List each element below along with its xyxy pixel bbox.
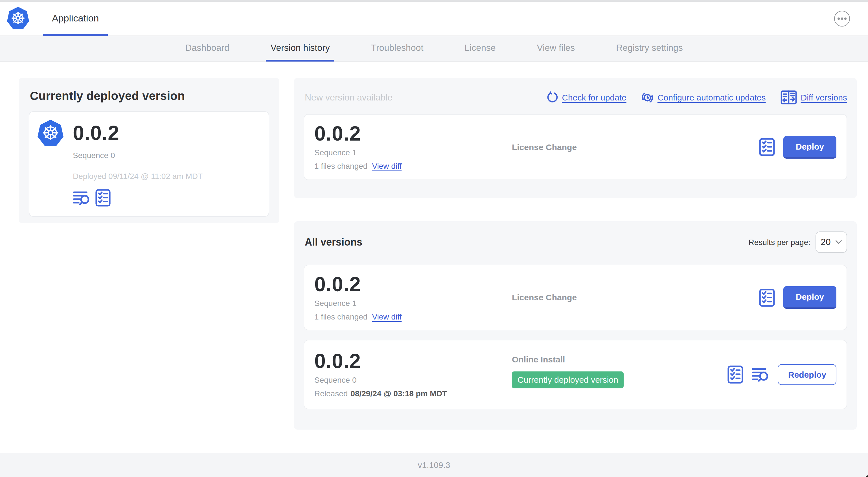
app-footer: v1.109.3 (0, 453, 868, 477)
released-timestamp: 08/29/24 @ 03:18 pm MDT (350, 389, 447, 398)
deploy-button[interactable]: Deploy (783, 286, 836, 309)
results-per-page-label: Results per page: (749, 238, 810, 247)
check-for-update-link[interactable]: Check for update (546, 91, 626, 103)
tab-dashboard[interactable]: Dashboard (181, 36, 234, 62)
deployed-timestamp: Deployed 09/11/24 @ 11:02 am MDT (73, 172, 203, 181)
sequence-label: Sequence 1 (314, 298, 512, 307)
console-version: v1.109.3 (417, 460, 450, 470)
currently-deployed-panel: Currently deployed version ☸ 0.0.2 Seque… (19, 78, 279, 223)
chevron-down-icon (835, 240, 842, 244)
version-source-label: License Change (512, 292, 577, 302)
sequence-label: Sequence 0 (314, 376, 512, 384)
app-header: ☸ Application (0, 2, 868, 36)
tab-registry-settings[interactable]: Registry settings (612, 36, 687, 62)
version-row: 0.0.2 Sequence 0 Released 08/29/24 @ 03:… (304, 340, 847, 409)
diff-versions-link[interactable]: Diff versions (780, 90, 847, 105)
all-versions-heading: All versions (305, 236, 362, 248)
ellipsis-icon (838, 18, 840, 20)
screen: ☸ Application Dashboard Version history … (0, 0, 868, 477)
version-source-label: License Change (512, 142, 577, 152)
view-diff-link[interactable]: View diff (372, 161, 402, 171)
config-checklist-icon[interactable] (95, 189, 111, 207)
new-version-card: 0.0.2 Sequence 1 1 files changed View di… (304, 114, 847, 180)
more-menu-button[interactable] (834, 11, 850, 27)
new-version-panel: New version available Check for update (294, 78, 857, 198)
refresh-icon (546, 91, 558, 103)
app-tab-label: Application (52, 13, 99, 24)
tab-troubleshoot[interactable]: Troubleshoot (367, 36, 428, 62)
active-tab-underline (43, 34, 108, 36)
config-checklist-icon[interactable] (728, 365, 744, 384)
version-row: 0.0.2 Sequence 1 1 files changed View di… (304, 265, 847, 330)
deploy-button[interactable]: Deploy (783, 136, 836, 158)
version-number: 0.0.2 (314, 124, 512, 144)
view-logs-icon[interactable] (752, 367, 770, 382)
view-diff-link[interactable]: View diff (372, 312, 402, 321)
version-number: 0.0.2 (314, 351, 512, 371)
view-logs-icon[interactable] (73, 190, 90, 205)
version-number: 0.0.2 (73, 123, 203, 143)
tab-view-files[interactable]: View files (532, 36, 580, 62)
main-content: Currently deployed version ☸ 0.0.2 Seque… (0, 62, 868, 453)
all-versions-panel: All versions Results per page: 20 0.0.2 … (294, 221, 857, 429)
kubernetes-logo-icon: ☸ (7, 7, 29, 30)
results-per-page-select[interactable]: 20 (815, 232, 847, 253)
diff-icon (780, 90, 797, 105)
files-changed-label: 1 files changed (314, 161, 367, 171)
tab-version-history[interactable]: Version history (266, 36, 334, 62)
currently-deployed-heading: Currently deployed version (30, 89, 269, 103)
version-number: 0.0.2 (314, 274, 512, 294)
version-source-label: Online Install (512, 355, 728, 364)
app-icon: ☸ (37, 120, 64, 147)
sequence-label: Sequence 1 (314, 148, 512, 157)
tab-license[interactable]: License (460, 36, 500, 62)
config-checklist-icon[interactable] (759, 288, 775, 307)
configure-automatic-updates-link[interactable]: Configure automatic updates (641, 91, 766, 103)
files-changed-label: 1 files changed (314, 312, 367, 321)
sequence-label: Sequence 0 (73, 151, 203, 160)
redeploy-button[interactable]: Redeploy (778, 364, 836, 385)
currently-deployed-badge: Currently deployed version (512, 371, 624, 388)
app-tab[interactable]: Application (43, 2, 108, 35)
section-nav: Dashboard Version history Troubleshoot L… (0, 36, 868, 62)
released-label: Released (314, 389, 348, 398)
currently-deployed-card: ☸ 0.0.2 Sequence 0 Deployed 09/11/24 @ 1… (29, 111, 269, 217)
config-checklist-icon[interactable] (759, 138, 775, 156)
auto-update-clock-icon (641, 91, 654, 103)
new-version-heading: New version available (305, 92, 393, 102)
